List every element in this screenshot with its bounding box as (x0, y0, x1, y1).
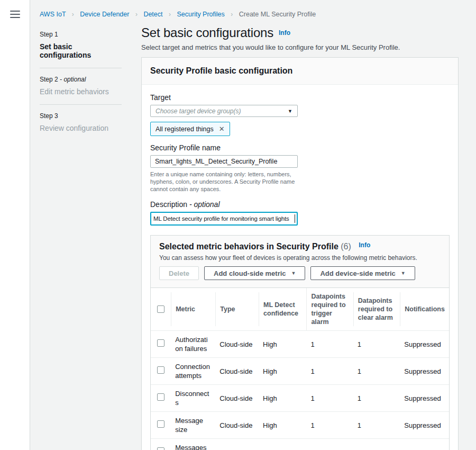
main-panel: Set basic configurationsInfo Select targ… (141, 25, 459, 450)
table-row: Connection attempts Cloud-side High 1 1 … (151, 358, 449, 385)
row-checkbox[interactable] (157, 447, 164, 450)
page-subtitle: Select target and metrics that you would… (141, 43, 459, 51)
cell-metric: Message size (171, 412, 215, 439)
breadcrumb-security-profiles[interactable]: Security Profiles (177, 11, 224, 18)
target-token-all-registered-things: All registered things ✕ (150, 122, 230, 136)
breadcrumb-current-page: Create ML Security Profile (239, 11, 316, 18)
step-1-title: Set basic configurations (40, 42, 122, 59)
breadcrumb-aws-iot[interactable]: AWS IoT (40, 11, 66, 18)
breadcrumb: AWS IoT › Device Defender › Detect › Sec… (40, 11, 476, 18)
row-checkbox[interactable] (157, 393, 164, 401)
metric-behaviors-title: Selected metric behaviors in Security Pr… (159, 242, 338, 251)
step-2-optional-suffix: - optional (60, 76, 86, 83)
cell-datapoints-clear: 1 (353, 439, 400, 450)
cell-datapoints-trigger: 1 (306, 331, 353, 358)
cell-metric: Messages received (171, 439, 215, 450)
column-header-datapoints-clear: Datapoints required to clear alarm (353, 292, 400, 326)
target-select-placeholder: Choose target device group(s) (155, 107, 241, 115)
target-select[interactable]: Choose target device group(s) ▼ (150, 105, 298, 117)
chevron-down-icon: ▼ (401, 271, 406, 276)
text-cursor (295, 214, 295, 223)
profile-name-help-text: Enter a unique name containing only: let… (150, 170, 310, 193)
table-header-row: Metric Type ML Detect confidence Datapoi… (151, 288, 449, 331)
token-remove-icon[interactable]: ✕ (219, 125, 225, 132)
cell-notifications: Suppressed (400, 331, 449, 358)
row-checkbox[interactable] (157, 420, 164, 428)
content-area: AWS IoT › Device Defender › Detect › Sec… (30, 0, 476, 450)
step-divider (40, 104, 122, 105)
cell-datapoints-clear: 1 (353, 385, 400, 412)
description-optional-suffix: - optional (189, 200, 220, 209)
chevron-down-icon: ▼ (291, 271, 296, 276)
basic-configuration-card: Security Profile basic configuration Tar… (141, 57, 459, 450)
profile-name-input[interactable] (150, 155, 298, 168)
table-row: Authorization failures Cloud-side High 1… (151, 331, 449, 358)
metric-behaviors-table: Metric Type ML Detect confidence Datapoi… (151, 287, 449, 450)
add-device-side-metric-button[interactable]: Add device-side metric ▼ (310, 266, 415, 280)
row-checkbox[interactable] (157, 366, 164, 374)
card-body: Target Choose target device group(s) ▼ A… (142, 85, 458, 450)
step-2-title[interactable]: Edit metric behaviors (40, 87, 122, 96)
table-row: Disconnects Cloud-side High 1 1 Suppress… (151, 385, 449, 412)
cell-notifications: Suppressed (400, 412, 449, 439)
description-label: Description - optional (150, 200, 450, 209)
token-label: All registered things (155, 125, 214, 133)
breadcrumb-detect[interactable]: Detect (143, 11, 162, 18)
metric-behaviors-description: You can assess how your fleet of devices… (159, 254, 441, 262)
cell-type: Cloud-side (215, 331, 259, 358)
cell-datapoints-trigger: 1 (306, 412, 353, 439)
wizard-step-1: Step 1 Set basic configurations (40, 31, 122, 59)
metric-behaviors-info-link[interactable]: Info (359, 241, 370, 249)
cell-ml-detect-confidence: High (259, 412, 306, 439)
delete-button[interactable]: Delete (159, 266, 199, 280)
breadcrumb-separator-icon: › (68, 11, 78, 18)
cell-notifications: Suppressed (400, 385, 449, 412)
cell-metric: Disconnects (171, 385, 215, 412)
add-cloud-side-metric-button[interactable]: Add cloud-side metric ▼ (204, 266, 305, 280)
cell-metric: Connection attempts (171, 358, 215, 385)
cell-datapoints-trigger: 1 (306, 385, 353, 412)
description-input[interactable] (150, 212, 298, 226)
card-header: Security Profile basic configuration (142, 58, 458, 85)
hamburger-menu-icon[interactable] (10, 11, 20, 18)
cell-datapoints-clear: 1 (353, 331, 400, 358)
profile-name-label: Security Profile name (150, 143, 450, 152)
breadcrumb-separator-icon: › (131, 11, 142, 18)
page-title-info-link[interactable]: Info (279, 29, 290, 37)
collapsed-sidenav (0, 0, 30, 450)
wizard-step-2: Step 2 - optional Edit metric behaviors (40, 76, 122, 96)
cell-datapoints-trigger: 1 (306, 439, 353, 450)
row-checkbox[interactable] (157, 339, 164, 347)
step-3-title[interactable]: Review configuration (40, 124, 122, 132)
breadcrumb-separator-icon: › (164, 11, 175, 18)
column-header-metric: Metric (171, 292, 215, 326)
cell-type: Cloud-side (215, 439, 259, 450)
chevron-down-icon: ▼ (288, 109, 292, 114)
column-header-type: Type (215, 292, 259, 326)
column-header-ml-detect-confidence: ML Detect confidence (259, 292, 306, 326)
cell-datapoints-clear: 1 (353, 358, 400, 385)
app-window: AWS IoT › Device Defender › Detect › Sec… (0, 0, 476, 450)
cell-datapoints-clear: 1 (353, 412, 400, 439)
column-header-notifications: Notifications (400, 292, 449, 326)
cell-type: Cloud-side (215, 358, 259, 385)
card-title: Security Profile basic configuration (150, 66, 450, 76)
target-label: Target (150, 93, 450, 102)
breadcrumb-separator-icon: › (226, 11, 237, 18)
metric-behaviors-header: Selected metric behaviors in Security Pr… (151, 236, 449, 287)
cell-type: Cloud-side (215, 385, 259, 412)
cell-metric: Authorization failures (171, 331, 215, 358)
select-all-checkbox[interactable] (157, 305, 164, 313)
wizard-step-3: Step 3 Review configuration (40, 112, 122, 132)
metric-actions-toolbar: Delete Add cloud-side metric ▼ Add devic… (159, 266, 441, 280)
breadcrumb-device-defender[interactable]: Device Defender (80, 11, 129, 18)
page-header: Set basic configurationsInfo Select targ… (141, 25, 459, 51)
page-title: Set basic configurations (141, 25, 273, 40)
table-row: Message size Cloud-side High 1 1 Suppres… (151, 412, 449, 439)
cell-notifications: Suppressed (400, 358, 449, 385)
cell-ml-detect-confidence: High (259, 331, 306, 358)
wizard-steps-nav: Step 1 Set basic configurations Step 2 -… (40, 31, 122, 132)
cell-datapoints-trigger: 1 (306, 358, 353, 385)
cell-type: Cloud-side (215, 412, 259, 439)
cell-ml-detect-confidence: High (259, 439, 306, 450)
